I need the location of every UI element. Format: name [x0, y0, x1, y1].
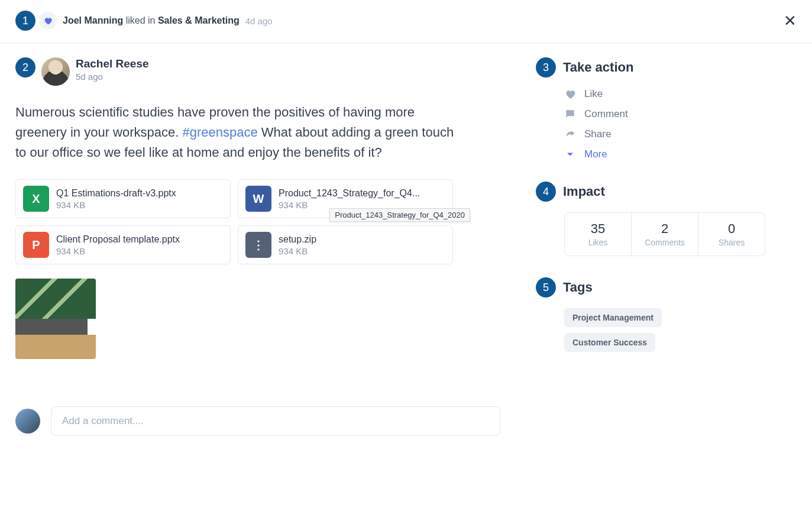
- impact-likes[interactable]: 35 Likes: [565, 213, 632, 255]
- file-name: Product_1243_Strategy_for_Q4...: [279, 188, 420, 199]
- comment-row: [15, 406, 500, 436]
- impact-comments[interactable]: 2 Comments: [632, 213, 698, 255]
- activity-header: 1 Joel Manning liked in Sales & Marketin…: [0, 0, 812, 43]
- impact-comments-label: Comments: [635, 238, 694, 247]
- post-author[interactable]: Rachel Reese: [76, 57, 149, 70]
- attachment-item[interactable]: W Product_1243_Strategy_for_Q4... 934 KB…: [238, 179, 453, 218]
- comment-action[interactable]: Comment: [564, 108, 772, 120]
- heart-icon: [43, 16, 53, 25]
- tag-pill[interactable]: Customer Success: [564, 333, 655, 352]
- filename-tooltip: Product_1243_Strategy_for_Q4_2020: [329, 208, 470, 222]
- annotation-badge-3: 3: [536, 57, 556, 77]
- attachment-item[interactable]: X Q1 Estimations-draft-v3.pptx 934 KB: [15, 179, 231, 218]
- annotation-badge-4: 4: [536, 182, 556, 202]
- file-name: Client Proposal template.pptx: [56, 234, 180, 245]
- comment-icon: [564, 108, 576, 120]
- activity-text: Joel Manning liked in Sales & Marketing: [63, 15, 240, 26]
- tags-section: 5 Tags Project Management Customer Succe…: [536, 277, 772, 352]
- share-label: Share: [584, 128, 611, 140]
- attachment-item[interactable]: P Client Proposal template.pptx 934 KB: [15, 225, 231, 264]
- impact-shares-count: 0: [702, 221, 761, 237]
- chevron-down-icon: [564, 148, 576, 160]
- activity-verb: liked in: [123, 15, 158, 25]
- annotation-badge-1: 1: [15, 11, 35, 31]
- like-label: Like: [584, 88, 603, 100]
- hashtag-link[interactable]: #greenspace: [182, 125, 257, 140]
- channel-name: Sales & Marketing: [158, 15, 240, 25]
- post-body: Numerous scientific studies have proven …: [15, 102, 465, 163]
- attachments-grid: X Q1 Estimations-draft-v3.pptx 934 KB W …: [15, 179, 453, 264]
- impact-stats: 35 Likes 2 Comments 0 Shares: [564, 212, 765, 256]
- more-label: More: [584, 148, 607, 160]
- author-avatar[interactable]: [41, 57, 70, 86]
- heart-icon: [564, 88, 576, 100]
- take-action-section: 3 Take action Like Comment Share: [536, 57, 772, 160]
- current-user-avatar[interactable]: [15, 409, 40, 434]
- file-size: 934 KB: [56, 200, 176, 210]
- impact-title: Impact: [563, 184, 605, 199]
- impact-likes-label: Likes: [568, 238, 627, 247]
- file-type-icon: ⋮: [245, 232, 271, 258]
- activity-time: 4d ago: [245, 16, 273, 26]
- close-button[interactable]: ✕: [784, 13, 797, 28]
- share-icon: [564, 128, 576, 140]
- tags-title: Tags: [563, 280, 593, 295]
- like-indicator-chip: [39, 12, 57, 30]
- file-type-icon: P: [23, 232, 49, 258]
- file-name: setup.zip: [279, 234, 316, 245]
- liker-name: Joel Manning: [63, 15, 123, 25]
- image-thumbnail[interactable]: [15, 279, 96, 359]
- impact-shares[interactable]: 0 Shares: [698, 213, 765, 255]
- file-type-icon: X: [23, 186, 49, 212]
- annotation-badge-2: 2: [15, 57, 35, 77]
- take-action-title: Take action: [563, 60, 633, 75]
- more-action[interactable]: More: [564, 148, 772, 160]
- comment-input[interactable]: [51, 406, 500, 436]
- post-header: 2 Rachel Reese 5d ago: [15, 57, 500, 86]
- attachment-item[interactable]: ⋮ setup.zip 934 KB: [238, 225, 453, 264]
- annotation-badge-5: 5: [536, 277, 556, 297]
- impact-section: 4 Impact 35 Likes 2 Comments 0 Shares: [536, 182, 772, 256]
- file-name: Q1 Estimations-draft-v3.pptx: [56, 188, 176, 199]
- impact-comments-count: 2: [635, 221, 694, 237]
- post-time: 5d ago: [76, 72, 149, 82]
- impact-likes-count: 35: [568, 221, 627, 237]
- file-size: 934 KB: [56, 246, 180, 256]
- share-action[interactable]: Share: [564, 128, 772, 140]
- tag-pill[interactable]: Project Management: [564, 308, 662, 327]
- like-action[interactable]: Like: [564, 88, 772, 100]
- comment-label: Comment: [584, 108, 628, 120]
- impact-shares-label: Shares: [702, 238, 761, 247]
- file-type-icon: W: [245, 186, 271, 212]
- file-size: 934 KB: [279, 246, 316, 256]
